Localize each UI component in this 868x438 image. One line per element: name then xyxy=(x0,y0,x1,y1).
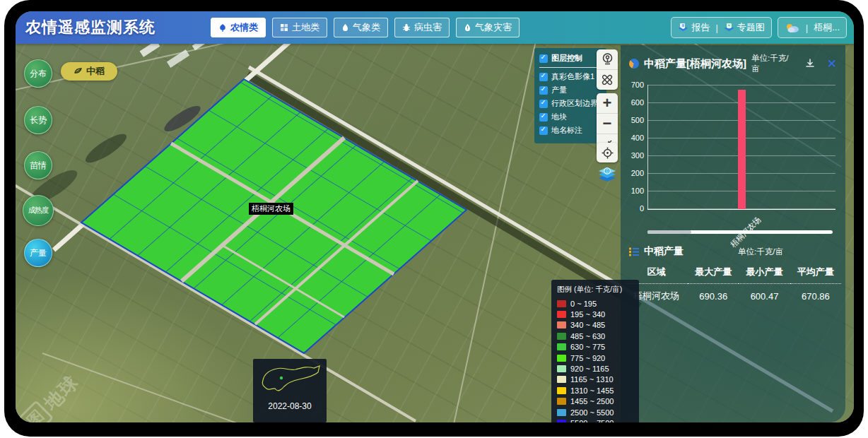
storm-droplet-icon xyxy=(464,23,471,32)
basemap-switch-button[interactable] xyxy=(597,165,618,184)
legend-swatch xyxy=(557,376,566,383)
y-tick: 500 xyxy=(623,116,644,124)
thematic-map-button[interactable]: 专题图 xyxy=(724,21,765,34)
legend-label: 485 ~ 630 xyxy=(570,332,605,341)
legend-swatch xyxy=(557,343,566,350)
legend-label: 2500 ~ 5500 xyxy=(570,408,614,417)
checkbox-icon[interactable] xyxy=(539,113,548,122)
col-min: 最小产量 xyxy=(739,261,790,284)
layer-label: 行政区划边界 xyxy=(551,98,598,109)
region-minimap[interactable]: 2022-08-30 xyxy=(253,359,327,422)
sidebar-item-distribution[interactable]: 分布 xyxy=(24,59,52,88)
legend-item: 195 ~ 340 xyxy=(557,309,633,319)
tab-label: 气象灾害 xyxy=(475,21,512,34)
tab-pests[interactable]: 病虫害 xyxy=(394,18,450,37)
legend-swatch xyxy=(557,355,566,362)
download-chart-icon[interactable] xyxy=(805,59,815,69)
legend-item: 2500 ~ 5500 xyxy=(557,407,633,418)
y-tick: 600 xyxy=(623,98,644,107)
report-label: 报告 xyxy=(691,21,710,34)
legend-label: 920 ~ 1165 xyxy=(570,365,609,373)
layer-control-header[interactable]: 图层控制 xyxy=(539,53,602,64)
bug-icon xyxy=(402,23,411,32)
legend-item: 5500 ~ 7500 xyxy=(557,418,633,422)
legend-item: 1310 ~ 1455 xyxy=(557,385,633,396)
table-title: 中稻产量 xyxy=(644,245,684,258)
legend-label: 775 ~ 920 xyxy=(570,354,605,362)
sidebar-item-seedling[interactable]: 苗情 xyxy=(24,151,52,179)
layer-item-admin-boundary[interactable]: 行政区划边界 xyxy=(539,98,602,109)
y-tick: 400 xyxy=(623,134,644,142)
rice-leaf-icon xyxy=(74,67,83,76)
legend-label: 1310 ~ 1455 xyxy=(570,386,614,395)
divider xyxy=(539,67,602,68)
separator: | xyxy=(806,23,808,33)
checkbox-icon[interactable] xyxy=(539,86,548,95)
legend-label: 5500 ~ 7500 xyxy=(570,419,614,422)
land-grid-icon xyxy=(280,23,288,32)
poi-marker-button[interactable] xyxy=(597,49,618,69)
legend-label: 340 ~ 485 xyxy=(570,321,605,329)
legend-item: 1455 ~ 2500 xyxy=(557,396,633,407)
layer-item-place-labels[interactable]: 地名标注 xyxy=(539,125,602,136)
sidebar-label: 分布 xyxy=(30,68,47,80)
checkbox-icon[interactable] xyxy=(539,73,548,81)
zoom-in-button[interactable]: + xyxy=(597,93,618,113)
clear-measure-button[interactable] xyxy=(597,69,618,90)
device-frame: 梧桐河农场 图 地球 中稻产量[梧桐河农场] 单位:千克/亩 ✕ 700 600… xyxy=(4,0,864,437)
sidebar-item-yield[interactable]: 产量 xyxy=(24,239,52,267)
table-header-row: 区域 最大产量 最小产量 平均产量 xyxy=(625,261,841,284)
legend-item: 340 ~ 485 xyxy=(557,320,633,331)
weather-widget[interactable]: | 梧桐... xyxy=(778,17,847,38)
legend-item: 920 ~ 1165 xyxy=(557,363,633,374)
layer-label: 产量 xyxy=(551,85,567,95)
y-tick: 0 xyxy=(623,204,644,213)
layers-3d-icon xyxy=(597,165,618,184)
layer-control-title: 图层控制 xyxy=(551,53,582,64)
y-tick: 700 xyxy=(623,81,644,89)
layer-item-parcels[interactable]: 地块 xyxy=(539,112,602,122)
chart-scrollbar-thumb[interactable] xyxy=(647,230,691,234)
table-row[interactable]: 梧桐河农场 690.36 600.47 670.86 xyxy=(625,284,841,309)
col-max: 最大产量 xyxy=(688,261,739,284)
sidebar-item-growth[interactable]: 长势 xyxy=(24,106,52,134)
crossed-bandage-icon xyxy=(601,73,614,86)
droplet-icon xyxy=(341,23,349,32)
layer-label: 地名标注 xyxy=(551,125,582,136)
legend-label: 630 ~ 775 xyxy=(570,343,605,351)
checkbox-icon[interactable] xyxy=(539,126,548,135)
tab-weather-disaster[interactable]: 气象灾害 xyxy=(456,18,520,37)
y-tick: 200 xyxy=(623,169,644,177)
y-tick: 300 xyxy=(623,151,644,160)
farm-parcel-layer xyxy=(81,79,467,353)
tab-crop-condition[interactable]: 农情类 xyxy=(211,18,266,37)
crop-selector-pill[interactable]: 中稻 xyxy=(61,62,117,81)
tab-weather[interactable]: 气象类 xyxy=(334,18,388,37)
chart-bar[interactable] xyxy=(738,90,746,209)
legend-swatch xyxy=(557,409,566,416)
zoom-out-button[interactable]: − xyxy=(597,113,618,134)
y-tick: 100 xyxy=(623,187,644,195)
legend-swatch xyxy=(557,311,566,318)
sidebar-item-maturity[interactable]: 成熟度 xyxy=(23,195,54,226)
plant-icon xyxy=(218,23,227,32)
app-header: 农情遥感监测系统 农情类 土地类 气象类 病虫害 气象灾害 xyxy=(16,11,854,44)
tab-land[interactable]: 土地类 xyxy=(272,18,327,37)
locate-button[interactable] xyxy=(597,143,618,162)
legend-swatch xyxy=(557,333,566,340)
sun-cloud-icon xyxy=(785,23,800,33)
close-panel-button[interactable]: ✕ xyxy=(827,58,837,70)
legend-label: 0 ~ 195 xyxy=(570,300,597,308)
thematic-map-icon xyxy=(724,23,734,32)
chart-scrollbar[interactable] xyxy=(647,230,833,234)
checkbox-icon[interactable] xyxy=(539,54,548,63)
layer-item-yield[interactable]: 产量 xyxy=(539,85,602,95)
checkbox-icon[interactable] xyxy=(539,100,548,108)
layer-item-true-color[interactable]: 真彩色影像1 xyxy=(539,71,602,82)
tab-label: 病虫害 xyxy=(414,21,442,34)
region-outline xyxy=(253,359,327,400)
sidebar-label: 长势 xyxy=(30,114,47,126)
legend-swatch xyxy=(557,365,566,372)
legend-label: 195 ~ 340 xyxy=(570,310,605,319)
report-button[interactable]: 报告 xyxy=(678,21,710,34)
